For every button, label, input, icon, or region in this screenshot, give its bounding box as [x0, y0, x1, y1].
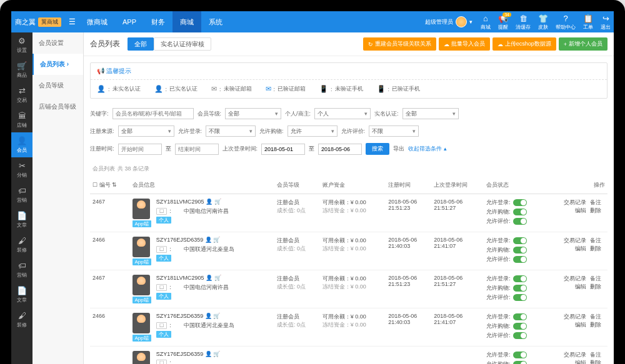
op-link[interactable]: 交易记录	[564, 313, 586, 320]
op-link[interactable]: 删除	[590, 322, 601, 328]
toggle[interactable]	[513, 352, 527, 358]
rail-item-设置[interactable]: ⚙设置	[11, 32, 32, 57]
toolbar-帮助中心[interactable]: ?帮助中心	[552, 14, 579, 31]
reg-end-input[interactable]	[175, 144, 219, 155]
op-link[interactable]: 备注	[590, 352, 601, 358]
topnav-item-2[interactable]: 财务	[144, 11, 172, 32]
header-btn-重建会员等级关联关系[interactable]: ↻重建会员等级关联关系	[363, 37, 436, 51]
buy-select[interactable]: 允许	[288, 125, 338, 137]
last-start-input[interactable]	[261, 144, 305, 155]
toolbar-清缓存[interactable]: 🗑清缓存	[512, 14, 534, 31]
toolbar-商城[interactable]: ⌂商城	[478, 14, 494, 31]
header-btn-新增个人会员[interactable]: +新增个人会员	[559, 37, 608, 51]
col-3: 账户资金	[320, 177, 386, 194]
topnav-item-4[interactable]: 微商城	[79, 11, 115, 32]
toggle[interactable]	[513, 332, 527, 339]
source-select[interactable]: 全部	[118, 125, 174, 137]
sidebar-item-0[interactable]: 会员设置	[32, 32, 83, 54]
op-link[interactable]: 删除	[590, 207, 601, 214]
op-link[interactable]: 删除	[590, 360, 601, 364]
op-link[interactable]: 编辑	[575, 245, 586, 252]
rail-item-交易[interactable]: ⇄交易	[11, 82, 32, 107]
toggle[interactable]	[513, 294, 527, 301]
op-link[interactable]: 备注	[590, 237, 601, 243]
level-select[interactable]: 全部	[225, 108, 281, 119]
rail-item-装修[interactable]: 🖌装修	[11, 307, 32, 332]
sidebar-item-3[interactable]: 店铺会员等级	[32, 96, 83, 117]
op-link[interactable]: 交易记录	[564, 237, 586, 243]
工单-icon: 📋	[583, 14, 593, 24]
tip-icon: 📱	[319, 85, 328, 93]
sidebar-item-2[interactable]: 会员等级	[32, 75, 83, 96]
op-link[interactable]: 编辑	[575, 360, 586, 364]
tab-0[interactable]: 全部	[128, 37, 154, 51]
tab-1[interactable]: 实名认证待审核	[154, 37, 211, 51]
search-button[interactable]: 搜索	[366, 143, 389, 155]
rail-item-营销[interactable]: 🏷营销	[11, 257, 32, 282]
reg-start-input[interactable]	[118, 144, 162, 155]
login-select[interactable]: 不限	[206, 125, 256, 137]
rail-item-文章[interactable]: 📄文章	[11, 207, 32, 232]
tip-icon: 👤	[97, 85, 106, 93]
keyword-input[interactable]	[112, 108, 194, 119]
op-link[interactable]: 编辑	[575, 283, 586, 290]
toggle[interactable]	[513, 237, 527, 244]
rail-item-分销[interactable]: ✂分销	[11, 157, 32, 182]
toggle[interactable]	[513, 275, 527, 282]
header-btn-批量导入会员[interactable]: ☁批量导入会员	[439, 37, 490, 51]
toggle[interactable]	[513, 313, 527, 320]
col-0: ☐ 编号 ⇅	[90, 177, 130, 194]
toolbar-提醒[interactable]: 📢提醒34	[495, 14, 511, 31]
op-link[interactable]: 交易记录	[564, 352, 586, 358]
sidebar-item-1[interactable]: 会员列表 ›	[32, 54, 83, 75]
rail-item-营销[interactable]: 🏷营销	[11, 182, 32, 207]
rail-item-文章[interactable]: 📄文章	[11, 282, 32, 307]
op-link[interactable]: 备注	[590, 313, 601, 320]
op-link[interactable]: 备注	[590, 199, 601, 205]
toggle[interactable]	[513, 247, 527, 253]
toggle[interactable]	[513, 256, 527, 263]
topnav-item-0[interactable]: 系统	[201, 11, 230, 32]
toggle[interactable]	[513, 361, 527, 364]
toggle[interactable]	[513, 285, 527, 292]
last-end-input[interactable]	[318, 144, 362, 155]
topnav-item-3[interactable]: APP	[115, 11, 144, 32]
rail-item-装修[interactable]: 🖌装修	[11, 232, 32, 257]
member-code: SZY176EJSD6359 👤 🛒	[156, 237, 234, 243]
tip-item: 📱: 已验证手机	[377, 85, 421, 93]
文章-icon: 📄	[17, 211, 27, 220]
header-btn-上传ecshop数据源[interactable]: ☁上传ecshop数据源	[492, 37, 556, 51]
op-link[interactable]: 交易记录	[564, 199, 586, 205]
export-link[interactable]: 导出	[393, 145, 404, 153]
op-link[interactable]: 编辑	[575, 207, 586, 214]
toggle[interactable]	[513, 209, 527, 215]
filter-label-lastlogin: 上次登录时间:	[222, 145, 258, 153]
文章-icon: 📄	[17, 286, 27, 295]
collapse-link[interactable]: 收起筛选条件 ▴	[408, 145, 447, 153]
comment-select[interactable]: 不限	[369, 125, 419, 137]
toolbar-退出[interactable]: ↪退出	[598, 14, 614, 31]
realname-select[interactable]: 全部	[402, 108, 459, 119]
toolbar-皮肤[interactable]: 👕皮肤	[535, 14, 551, 31]
装修-icon: 🖌	[18, 236, 26, 245]
toolbar-工单[interactable]: 📋工单	[580, 14, 596, 31]
table-row: 2466 App端 SZY176EJSD6359 👤 🛒 ☐ : 中国联通河北秦…	[90, 308, 608, 347]
op-link[interactable]: 编辑	[575, 322, 586, 328]
rail-item-店铺[interactable]: 🏛店铺	[11, 107, 32, 132]
col-2: 会员等级	[274, 177, 320, 194]
toggle[interactable]	[513, 199, 527, 206]
user-box[interactable]: 超级管理员 ▾	[425, 16, 478, 27]
member-avatar	[132, 275, 150, 295]
rail-item-商品[interactable]: 🛒商品	[11, 57, 32, 82]
op-link[interactable]: 备注	[590, 275, 601, 282]
topnav-item-1[interactable]: 商城	[172, 11, 201, 32]
rail-item-会员[interactable]: 👤会员	[11, 132, 32, 157]
toggle[interactable]	[513, 323, 527, 330]
menu-icon[interactable]: ☰	[65, 17, 79, 26]
toggle[interactable]	[513, 218, 527, 225]
op-link[interactable]: 交易记录	[564, 275, 586, 282]
op-link[interactable]: 删除	[590, 283, 601, 290]
tip-header: 📢 温馨提示	[91, 63, 607, 80]
type-select[interactable]: 个人	[314, 108, 371, 119]
op-link[interactable]: 删除	[590, 245, 601, 252]
